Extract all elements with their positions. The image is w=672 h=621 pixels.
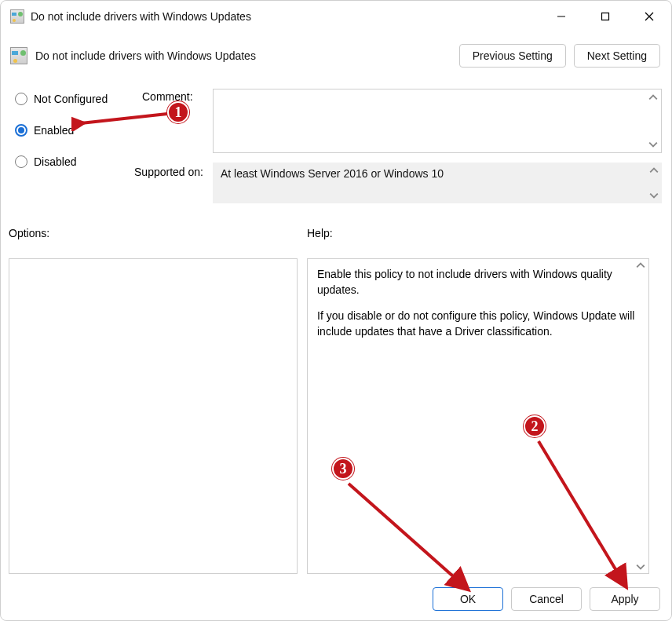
spacer (317, 298, 639, 309)
radio-label-not-configured: Not Configured (34, 93, 108, 105)
supported-on-text: At least Windows Server 2016 or Windows … (213, 163, 662, 203)
cancel-button[interactable]: Cancel (511, 587, 582, 611)
radio-circle-icon (15, 93, 27, 105)
dialog-buttons: OK Cancel Apply (433, 587, 660, 611)
radio-circle-icon (15, 124, 27, 137)
window-icon (10, 9, 24, 24)
scroll-up-icon[interactable] (648, 164, 660, 177)
policy-icon (10, 47, 27, 64)
minimize-button[interactable] (539, 1, 583, 32)
state-radio-group: Not Configured Enabled Disabled (15, 89, 133, 183)
maximize-icon (601, 12, 610, 21)
radio-circle-icon (15, 155, 27, 168)
radio-disabled[interactable]: Disabled (15, 152, 133, 172)
annotation-badge-3: 3 (332, 458, 354, 480)
supported-on-value: At least Windows Server 2016 or Windows … (221, 167, 444, 180)
help-scrollbar[interactable] (634, 261, 647, 572)
window-controls (539, 1, 671, 32)
comment-label: Comment: (142, 90, 193, 103)
options-panel (9, 258, 298, 574)
supported-on-label: Supported on: (125, 166, 203, 178)
ok-button[interactable]: OK (433, 587, 503, 611)
svg-rect-1 (602, 13, 609, 20)
options-label: Options: (9, 227, 49, 239)
apply-button[interactable]: Apply (590, 587, 660, 611)
next-setting-button[interactable]: Next Setting (574, 44, 660, 68)
nav-buttons: Previous Setting Next Setting (459, 44, 660, 68)
annotation-badge-1: 1 (167, 101, 189, 123)
minimize-icon (557, 12, 566, 21)
help-paragraph-1: Enable this policy to not include driver… (317, 267, 639, 298)
help-panel: Enable this policy to not include driver… (307, 258, 649, 574)
window-title: Do not include drivers with Windows Upda… (31, 10, 251, 23)
header-row: Do not include drivers with Windows Upda… (10, 40, 660, 71)
radio-not-configured[interactable]: Not Configured (15, 89, 133, 109)
scroll-up-icon (636, 261, 645, 270)
close-icon (645, 12, 654, 21)
radio-label-enabled: Enabled (34, 124, 74, 137)
scroll-down-icon (636, 562, 645, 572)
scroll-down-icon[interactable] (648, 189, 660, 202)
help-paragraph-2: If you disable or do not configure this … (317, 309, 639, 339)
scroll-down-icon[interactable] (647, 138, 659, 151)
radio-enabled[interactable]: Enabled (15, 120, 133, 141)
annotation-badge-2: 2 (524, 415, 546, 437)
scroll-up-icon[interactable] (647, 91, 659, 104)
close-button[interactable] (627, 1, 671, 32)
titlebar: Do not include drivers with Windows Upda… (1, 1, 671, 32)
previous-setting-button[interactable]: Previous Setting (459, 44, 566, 68)
radio-label-disabled: Disabled (34, 155, 76, 168)
policy-dialog-window: Do not include drivers with Windows Upda… (0, 0, 672, 621)
maximize-button[interactable] (583, 1, 627, 32)
help-label: Help: (307, 227, 333, 239)
policy-title: Do not include drivers with Windows Upda… (35, 49, 256, 62)
comment-textarea[interactable] (213, 89, 662, 153)
